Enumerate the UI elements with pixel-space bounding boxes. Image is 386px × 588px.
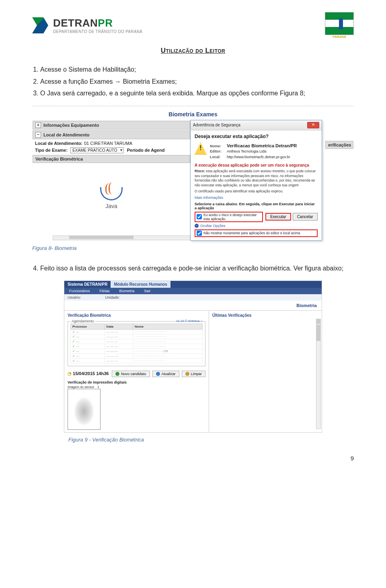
java-cup-icon (100, 187, 123, 200)
clear-button[interactable]: Limpar (182, 371, 206, 377)
execute-button[interactable]: Executar (265, 213, 291, 221)
table-row[interactable]: —— — —· · · · · · · · · · · · · · · · · … (71, 344, 203, 349)
risk-warning: A execução dessa aplicação pode ser um r… (195, 163, 318, 167)
section-title: Utilização do Leitor (32, 47, 354, 55)
col-nome[interactable]: Nome (133, 324, 202, 330)
brand-text: DETRAN (53, 17, 98, 29)
new-candidate-button[interactable]: Novo candidato (112, 371, 150, 377)
section-verif-bio[interactable]: Verificação Biométrica (33, 155, 190, 163)
table-row[interactable]: —— — —· · · · · · · · · · · · · · · · · … (71, 339, 203, 344)
local-value: 01 CIRETRAN TARUMA (84, 141, 132, 146)
button-label: Atualizar (162, 372, 176, 376)
close-button[interactable]: ✕ (307, 122, 319, 128)
list-item: Acesse a função Exames → Biometria Exame… (40, 76, 354, 87)
checkbox-input[interactable] (197, 214, 202, 219)
col-data[interactable]: Data (105, 324, 133, 330)
sensor-number: 1 (97, 385, 99, 389)
horizontal-scrollbar[interactable] (53, 235, 190, 240)
table-row[interactable]: —— — —· · · · · · · · · · · · · · · · · … (71, 334, 203, 339)
section-local-atend[interactable]: −Local de Atendimento (33, 130, 190, 139)
left-col-header: Verificação Biométrica (68, 313, 205, 318)
fingerprint-section-header: Verificação de impressões digitais (68, 380, 205, 384)
brand-accent: PR (98, 17, 113, 29)
add-icon (115, 372, 119, 376)
warning-icon (195, 142, 207, 155)
local-value: http://www.biometriacfc.detran.pr.gov.br (227, 155, 290, 159)
collapse-icon[interactable]: − (35, 132, 41, 138)
risk-text: esta aplicação será executada com acesso… (195, 169, 316, 187)
fieldset-legend: Agendamento (70, 319, 95, 323)
right-col-header: Últimas Verificações (212, 313, 318, 318)
checkbox-label: Não mostrar novamente para aplicações do… (203, 231, 300, 235)
risk-label: Risco: (195, 169, 205, 173)
tab-ferias[interactable]: Férias (95, 288, 115, 294)
java-logo: Java (93, 187, 129, 231)
clear-icon (185, 372, 189, 376)
vertical-scrollbar[interactable] (316, 319, 321, 429)
editor-value: Antheus Tecnologia Ltda (227, 149, 266, 153)
sensor-label: Imagem do sensor (68, 385, 94, 389)
accept-risk-checkbox[interactable]: Eu aceito o risco e desejo executar esta… (195, 212, 263, 222)
collapse-icon: − (195, 224, 199, 228)
system-name: Sistema DETRAN/PR (64, 281, 111, 288)
cancel-button[interactable]: Cancelar (293, 213, 318, 221)
tipo-exame-select[interactable]: EXAME PRATICO AUTO (70, 147, 123, 153)
list-item: Acesse o Sistema de Habilitação; (40, 64, 354, 75)
detran-mark-icon (32, 17, 48, 33)
current-time: 15/04/2015 14h36 (73, 371, 109, 376)
section-info-equip[interactable]: +Informações Equipamento (33, 121, 190, 130)
cert-text: O certificado usado para identificar est… (195, 189, 318, 194)
tab-sair[interactable]: Sair (140, 288, 156, 294)
steps-list-cont: Feito isso a lista de processos será car… (40, 263, 354, 274)
antheus-icon: ⟐ (201, 319, 203, 323)
clock-icon: ◔ (68, 371, 72, 376)
main-tabs: Funcionários Férias Biometria Sair (64, 288, 322, 294)
refresh-button[interactable]: Atualizar (152, 371, 179, 377)
section-label: Verificação Biométrica (35, 157, 83, 161)
tab-biometria[interactable]: Biometria (115, 288, 140, 294)
table-row[interactable]: —— — —· · · · · · · · · · · · · · · · · … (71, 330, 203, 334)
process-table: Processo Data Nome —— — —· · · · · · · ·… (70, 324, 203, 363)
link-label: Ocultar Opções (200, 224, 226, 228)
sub-bar: Usuário: Unidade: (64, 294, 322, 301)
more-info-link[interactable]: Mais Informações (195, 196, 318, 200)
dont-show-checkbox[interactable]: Não mostrar novamente para aplicações do… (195, 229, 318, 237)
figure-9-caption: Figura 9 - Verificação Biométrica (68, 437, 354, 443)
local-label: Local de Atendimento: (35, 141, 82, 146)
list-item: O Java será carregado, e a seguinte tela… (40, 88, 354, 99)
app-page-title: Biometria Exames (33, 111, 353, 118)
table-row[interactable]: —— — —· · · · · · · · · · · · · · · · · … (71, 359, 203, 363)
steps-list: Acesse o Sistema de Habilitação; Acesse … (40, 64, 354, 99)
table-row[interactable]: —— — —· · · · · · · · · · · · · · · · OR (71, 349, 203, 354)
col-processo[interactable]: Processo (71, 324, 105, 330)
section-label: Informações Equipamento (43, 123, 99, 128)
figure-9-screenshot: Sistema DETRAN/PR Módulo Recursos Humano… (64, 281, 322, 433)
table-row[interactable]: —— — —· · · · · · · · · · · · · · · · · … (71, 354, 203, 359)
app-name: Verificacao Biometrica Detran/PR (227, 143, 297, 148)
dialog-title: Advertência de Segurança (193, 123, 240, 127)
scrollbar-thumb[interactable] (316, 325, 320, 341)
hide-options-link[interactable]: −Ocultar Opções (195, 224, 318, 228)
button-label: Limpar (191, 372, 202, 376)
tab-funcionarios[interactable]: Funcionários (64, 288, 95, 294)
checkbox-label: Eu aceito o risco e desejo executar esta… (203, 213, 261, 221)
unit-label: Unidade: (105, 295, 120, 299)
expand-icon[interactable]: + (35, 122, 41, 128)
checkbox-input[interactable] (197, 231, 202, 236)
java-security-dialog: Advertência de Segurança ✕ Deseja execut… (190, 120, 322, 241)
module-name: Módulo Recursos Humanos (111, 281, 170, 288)
parana-label: PARANÁ (325, 35, 354, 39)
parana-logo: PARANÁ (325, 12, 354, 39)
section-verificacoes: erificações (325, 141, 353, 149)
detran-logo: DETRANPR DEPARTAMENTO DE TRÂNSITO DO PAR… (32, 17, 142, 34)
list-item: Feito isso a lista de processos será car… (40, 263, 354, 274)
app-page-title: Biometria (64, 301, 322, 310)
select-instruction: Selecione a caixa abaixo. Em seguida, cl… (195, 202, 318, 210)
java-label: Java (93, 203, 129, 209)
name-label: Nome: (210, 144, 227, 149)
refresh-icon (156, 372, 160, 376)
parana-flag-icon (325, 12, 354, 35)
tipo-label: Tipo de Exame: (35, 148, 68, 153)
local-label: Local: (210, 155, 227, 160)
page-number: 9 (32, 455, 354, 462)
